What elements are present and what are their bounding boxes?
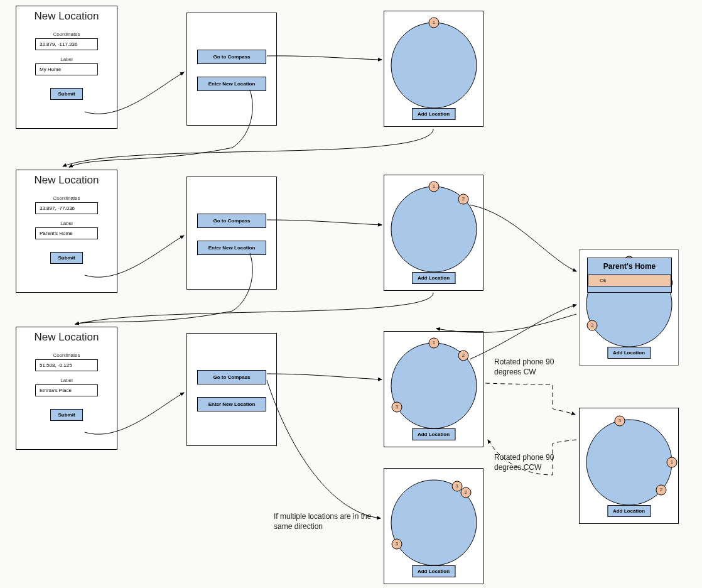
coord-label: Coordinates (16, 31, 117, 37)
submit-button[interactable]: Submit (50, 409, 83, 421)
form-panel-2: New Location Coordinates 33.897, -77.036… (16, 170, 117, 293)
annotation-rotate-cw: Rotated phone 90 degrees CW (494, 357, 570, 377)
compass-svg: 3 1 2 (580, 408, 679, 509)
marker-1: 1 (456, 483, 459, 489)
marker-2: 2 (465, 489, 468, 495)
add-location-button[interactable]: Add Location (607, 505, 651, 517)
marker-1: 1 (433, 183, 436, 189)
popup-ok-button[interactable]: Ok (588, 275, 671, 286)
enter-new-location-button[interactable]: Enter New Location (197, 241, 266, 255)
marker-1: 1 (433, 340, 436, 346)
marker-3: 3 (396, 404, 399, 410)
label-label: Label (16, 220, 117, 226)
form-title: New Location (16, 331, 117, 344)
submit-button[interactable]: Submit (50, 252, 83, 264)
coord-label: Coordinates (16, 195, 117, 201)
compass-svg: 1 2 3 (384, 332, 484, 432)
enter-new-location-button[interactable]: Enter New Location (197, 397, 266, 411)
label-input[interactable]: Parent's Home (35, 227, 98, 239)
menu-panel-1: Go to Compass Enter New Location (186, 13, 277, 126)
add-location-button[interactable]: Add Location (412, 272, 455, 284)
compass-svg: 1 2 3 (384, 469, 484, 569)
compass-panel-popup: 1 2 3 Add Location Parent's Home Ok (579, 249, 679, 366)
compass-panel-3: 1 2 3 Add Location (384, 331, 483, 447)
compass-svg: 1 2 (384, 175, 484, 276)
svg-point-0 (391, 23, 477, 108)
popup-title: Parent's Home (588, 262, 671, 271)
annotation-rotate-ccw: Rotated phone 90 degrees CCW (494, 452, 570, 472)
marker-detail-popup: Parent's Home Ok (587, 258, 672, 293)
coord-input[interactable]: 33.897, -77.036 (35, 202, 98, 214)
label-label: Label (16, 57, 117, 62)
menu-panel-2: Go to Compass Enter New Location (186, 177, 277, 290)
form-title: New Location (16, 174, 117, 187)
marker-2: 2 (462, 352, 465, 358)
marker-3: 3 (396, 541, 399, 547)
label-label: Label (16, 378, 117, 383)
compass-svg: 1 (384, 11, 484, 112)
label-input[interactable]: My Home (35, 63, 98, 75)
form-title: New Location (16, 10, 117, 23)
coord-input[interactable]: 51.508, -0.125 (35, 359, 98, 371)
marker-1: 1 (433, 19, 436, 25)
menu-panel-3: Go to Compass Enter New Location (186, 333, 277, 446)
marker-3: 3 (618, 418, 622, 423)
label-input[interactable]: Emma's Place (35, 384, 98, 396)
go-to-compass-button[interactable]: Go to Compass (197, 214, 266, 228)
compass-panel-1: 1 Add Location (384, 11, 483, 127)
compass-panel-clustered: 1 2 3 Add Location (384, 468, 483, 584)
enter-new-location-button[interactable]: Enter New Location (197, 77, 266, 91)
form-panel-1: New Location Coordinates 32.879, -117.23… (16, 6, 117, 129)
add-location-button[interactable]: Add Location (607, 347, 651, 359)
compass-panel-2: 1 2 Add Location (384, 175, 483, 291)
go-to-compass-button[interactable]: Go to Compass (197, 370, 266, 384)
marker-2: 2 (660, 487, 663, 493)
form-panel-3: New Location Coordinates 51.508, -0.125 … (16, 327, 117, 450)
coord-input[interactable]: 32.879, -117.236 (35, 38, 98, 50)
add-location-button[interactable]: Add Location (412, 565, 455, 577)
marker-2: 2 (462, 196, 465, 202)
coord-label: Coordinates (16, 352, 117, 358)
add-location-button[interactable]: Add Location (412, 108, 455, 120)
compass-panel-rotated: 3 1 2 Add Location (579, 408, 679, 524)
annotation-same-direction: If multiple locations are in the same di… (274, 511, 374, 531)
submit-button[interactable]: Submit (50, 88, 83, 100)
marker-3: 3 (591, 322, 594, 328)
add-location-button[interactable]: Add Location (412, 428, 455, 440)
marker-1: 1 (671, 459, 674, 465)
go-to-compass-button[interactable]: Go to Compass (197, 50, 266, 64)
